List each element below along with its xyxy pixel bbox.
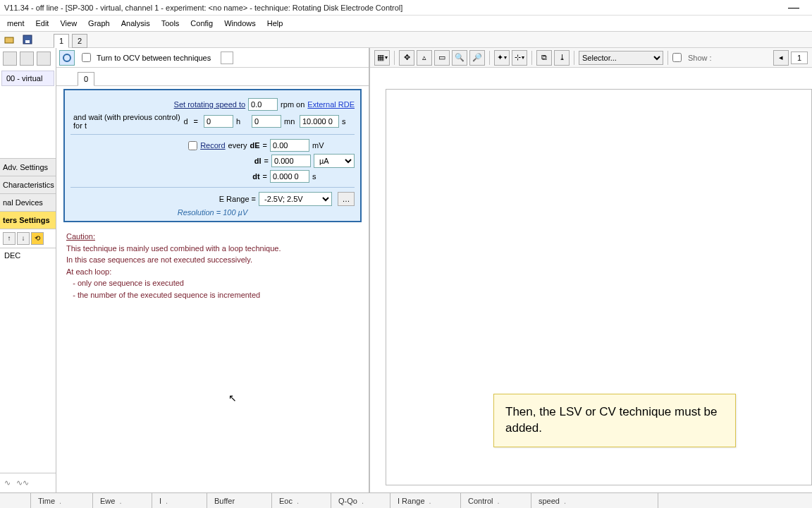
open-icon[interactable] [1, 32, 17, 47]
wait-mn-input[interactable] [252, 115, 281, 128]
every-label: every [228, 141, 247, 150]
tab-external-devices[interactable]: nal Devices [0, 193, 56, 211]
wait-h-input[interactable] [204, 115, 233, 128]
sidebar-tool-3[interactable] [37, 52, 51, 66]
status-bar: Time. Ewe. I. Buffer Eoc. Q-Qo. I Range.… [0, 492, 812, 508]
menu-config[interactable]: Config [185, 18, 219, 29]
status-eoc: Eoc [279, 497, 293, 505]
copy-icon[interactable]: ⧉ [536, 50, 552, 66]
svg-rect-0 [5, 37, 13, 43]
speed-input[interactable] [248, 98, 278, 111]
tab-parameters-settings[interactable]: ters Settings [0, 211, 56, 229]
ocv-checkbox[interactable] [82, 53, 91, 62]
export-icon[interactable]: ⤓ [554, 50, 570, 66]
menu-view[interactable]: View [54, 18, 82, 29]
channel-toolbar: 1 2 [0, 31, 812, 48]
channel-tab-1[interactable]: 1 [54, 34, 69, 48]
menu-bar: ment Edit View Graph Analysis Tools Conf… [0, 16, 812, 31]
graph-layout-button[interactable]: ▦ [374, 50, 390, 66]
svg-point-3 [63, 54, 70, 61]
params-toolbar: Turn to OCV between techniques [56, 48, 369, 68]
ocv-label: Turn to OCV between techniques [97, 54, 211, 62]
zoom-in-icon[interactable]: 🔍 [452, 50, 467, 66]
tutorial-callout: Then, the LSV or CV technique must be ad… [493, 394, 736, 447]
wait-s-input[interactable] [300, 115, 339, 128]
tab-adv-settings[interactable]: Adv. Settings [0, 158, 56, 176]
de-eq: = [263, 141, 267, 150]
status-ewe: Ewe [100, 497, 115, 505]
de-symbol: dE [250, 141, 260, 150]
menu-edit[interactable]: Edit [30, 18, 54, 29]
menu-experiment[interactable]: ment [1, 18, 30, 29]
seq-down-button[interactable]: ↓ [17, 232, 30, 245]
axis-button[interactable]: ⊹ [512, 50, 527, 66]
di-unit-select[interactable]: µA [314, 154, 355, 168]
show-label: Show : [688, 54, 712, 62]
unit-mv: mV [312, 141, 355, 150]
marker-icon[interactable]: ▵ [417, 50, 432, 66]
technique-item[interactable]: DEC [0, 248, 56, 262]
wave-single-icon[interactable]: ∿ [4, 478, 11, 488]
page-prev-icon[interactable]: ◂ [773, 50, 789, 66]
left-sidebar: 00 - virtual Adv. Settings Characteristi… [0, 48, 56, 492]
status-time: Time [38, 497, 55, 505]
show-checkbox[interactable] [672, 53, 682, 62]
waveform-icons: ∿ ∿∿ [0, 473, 56, 492]
menu-graph[interactable]: Graph [82, 18, 116, 29]
save-icon[interactable] [20, 32, 35, 47]
erange-select[interactable]: -2.5V; 2.5V [259, 192, 332, 206]
external-rde-link[interactable]: External RDE [307, 100, 355, 109]
menu-help[interactable]: Help [262, 18, 289, 29]
wait-sub: d [183, 117, 187, 126]
di-input[interactable] [271, 155, 311, 167]
status-qqo: Q-Qo [338, 497, 357, 505]
sequence-tab-0[interactable]: 0 [78, 72, 94, 86]
seq-up-button[interactable]: ↑ [3, 232, 16, 245]
menu-windows[interactable]: Windows [219, 18, 262, 29]
page-input[interactable] [791, 52, 808, 64]
parameters-panel: Set rotating speed to rpm on External RD… [63, 89, 362, 222]
status-speed: speed [539, 497, 560, 505]
wave-multi-icon[interactable]: ∿∿ [16, 478, 29, 488]
unit-s: s [342, 117, 355, 126]
ocv-waveform-icon[interactable] [221, 52, 233, 64]
selector-dropdown[interactable]: Selector... [579, 51, 663, 65]
record-checkbox[interactable] [188, 141, 197, 150]
caution-line-5: - the number of the executed sequence is… [66, 289, 359, 301]
de-input[interactable] [270, 139, 309, 152]
tool-rotating-icon[interactable] [59, 50, 75, 66]
unit-h: h [236, 117, 249, 126]
wait-label: and wait (with previous control) for t [73, 113, 180, 130]
status-buffer: Buffer [214, 497, 235, 505]
sidebar-tool-1[interactable] [3, 52, 17, 66]
svg-rect-2 [25, 40, 30, 43]
channel-tab-2[interactable]: 2 [72, 34, 87, 48]
dt-input[interactable] [270, 170, 309, 183]
title-bar: V11.34 - off line - [SP-300 - virtual, c… [0, 0, 812, 16]
zoom-out-icon[interactable]: 🔎 [469, 50, 485, 66]
window-title: V11.34 - off line - [SP-300 - virtual, c… [4, 4, 780, 12]
pan-icon[interactable]: ✥ [399, 50, 414, 66]
parameters-column: Turn to OCV between techniques 0 Set rot… [56, 48, 370, 492]
record-label[interactable]: Record [200, 141, 225, 150]
caution-line-4: - only one sequence is executed [66, 277, 359, 289]
dt-eq: = [263, 172, 267, 181]
status-i: I [159, 497, 161, 505]
caution-block: Caution: This technique is mainly used c… [66, 231, 359, 301]
status-irange: I Range [398, 497, 425, 505]
caution-line-3: At each loop: [66, 266, 359, 278]
sidebar-tool-2[interactable] [20, 52, 34, 66]
tab-characteristics[interactable]: Characteristics [0, 176, 56, 193]
status-control: Control [468, 497, 493, 505]
erange-more-button[interactable]: … [338, 192, 355, 206]
unit-mn: mn [284, 117, 297, 126]
set-speed-label[interactable]: Set rotating speed to [174, 100, 246, 109]
menu-tools[interactable]: Tools [156, 18, 185, 29]
wait-eq: = [194, 117, 198, 126]
seq-link-button[interactable]: ⟲ [31, 232, 44, 245]
rect-select-icon[interactable]: ▭ [434, 50, 450, 66]
minimize-button[interactable]: — [780, 1, 808, 14]
menu-analysis[interactable]: Analysis [116, 18, 156, 29]
device-label[interactable]: 00 - virtual [1, 71, 54, 86]
style-button[interactable]: ✦ [494, 50, 510, 66]
